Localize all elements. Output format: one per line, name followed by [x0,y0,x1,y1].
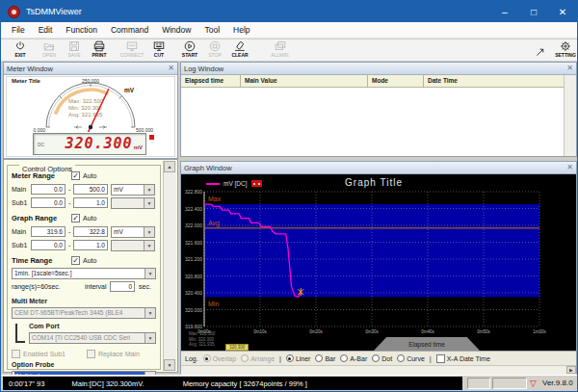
time-range-select[interactable]: 1min. [1scale=5sec.]▼ [12,268,156,279]
recording-indicator [149,135,154,140]
close-button[interactable]: ✕ [548,1,577,22]
arrange-radio [241,354,249,362]
control-options-scrollbar[interactable]: ▲ ▼ [163,161,176,371]
graph-window: Graph Window ✕ mV [DC] Graph Title 322.8… [180,161,577,374]
graph-window-title: Graph Window [184,164,232,172]
bar-label: Bar [325,355,335,362]
gear-icon [561,41,570,51]
graph-sub1-to-input[interactable] [73,240,108,250]
x-axis-label: Elapsed time [408,341,445,348]
exit-button[interactable]: EXIT [7,40,34,60]
setting-button[interactable]: SETTING [552,40,578,60]
start-button[interactable]: START [176,40,203,60]
log-scrollbar[interactable] [564,75,576,156]
graph-sub1-unit-select: ▼ [111,240,155,251]
svg-text:Avg: Avg [208,220,220,227]
log-col-elapsed[interactable]: Elapsed time [181,75,241,87]
meter-main-from-input[interactable] [31,184,66,195]
meter-main-unit-select[interactable]: mV▼ [111,184,155,196]
bar-radio[interactable] [315,354,323,362]
svg-text:320.400: 320.400 [185,290,202,296]
svg-text:0m20s: 0m20s [309,329,323,334]
log-col-mode[interactable]: Mode [368,75,424,87]
overlap-label: Overlap [213,355,237,362]
log-window-close-icon[interactable]: ✕ [566,65,573,72]
log-table-header: Elapsed time Main Value Mode Date Time [181,75,565,88]
scroll-down-icon[interactable]: ▼ [164,359,175,371]
graph-main-from-input[interactable] [31,226,66,237]
range-seconds-label: range(s)=60sec. [12,283,61,290]
log-window-titlebar[interactable]: Log Window ✕ [181,63,576,75]
com-port-select: COM14 [TI CC2540 USB CDC Seri▼ [29,332,156,344]
svg-text:1m00s: 1m00s [533,329,546,334]
graph-range-auto-checkbox[interactable]: ✓ [71,214,80,222]
cut-button[interactable]: CUT [145,40,172,60]
scroll-right-icon[interactable]: ▶ [566,366,576,374]
graph-main-to-input[interactable] [73,226,108,237]
graph-window-titlebar[interactable]: Graph Window ✕ [181,162,576,174]
replace-main-label: Replace Main [98,351,140,357]
svg-text:Max: Max [208,196,222,202]
app-icon [8,6,20,18]
menu-file[interactable]: File [5,23,32,37]
meter-sub1-label: Sub1 [12,199,27,206]
meter-window-titlebar[interactable]: Meter Window ✕ [4,63,177,75]
graph-main-unit-select[interactable]: mV▼ [111,226,155,238]
meter-range-auto-checkbox[interactable]: ✓ [71,171,80,180]
graph-main-label: Main [12,228,26,235]
graph-window-close-icon[interactable]: ✕ [566,164,573,171]
dot-radio[interactable] [372,354,380,362]
enabled-sub1-label: Enabled Sub1 [23,351,66,357]
menu-command[interactable]: Command [104,23,155,37]
menu-window[interactable]: Window [155,23,197,37]
meter-main-label: Main [12,186,26,193]
graph-range-auto-label: Auto [83,215,96,222]
minimize-button[interactable]: – [490,1,519,22]
meter-window: Meter Window ✕ Meter Title 0.000 250.000 [3,62,178,159]
menu-function[interactable]: Function [59,23,104,37]
save-button: SAVE [61,40,88,60]
allwin-button: ALLWIN. [267,40,294,60]
mdi-workspace: Meter Window ✕ Meter Title 0.000 250.000 [1,61,578,375]
a-bar-label: A-Bar [350,355,367,362]
log-window-title: Log Window [184,65,223,73]
floppy-icon [70,42,79,51]
menu-help[interactable]: Help [226,23,256,37]
status-elapsed-time: 0:00'17" 93 [9,379,44,388]
lcd-mode: DC [38,142,44,147]
meter-sub1-from-input[interactable] [31,197,66,208]
diagonal-arrow-icon [537,49,542,55]
a-bar-radio[interactable] [340,354,348,362]
connect-button: CONNECT [118,40,145,60]
interval-input[interactable] [110,281,135,292]
meter-window-close-icon[interactable]: ✕ [168,65,174,72]
time-range-auto-checkbox[interactable]: ✓ [71,256,80,265]
meter-sub1-to-input[interactable] [73,197,108,208]
graph-display-controls: Log. Overlap Arrange | Liner Bar A-Bar D… [181,351,576,365]
log-col-date-time[interactable]: Date Time [424,75,565,87]
toolbar-collapse-button[interactable] [533,40,548,60]
gauge-scale-min: 0.000 [33,127,45,132]
xa-date-time-checkbox[interactable] [436,354,445,363]
status-main-value: Main:[DC] 320.300mV. [71,379,144,388]
meter-main-to-input[interactable] [73,184,108,195]
menu-edit[interactable]: Edit [32,23,60,37]
time-range-auto-label: Auto [83,257,96,264]
graph-sub1-from-input[interactable] [31,240,66,250]
graph-sub1-label: Sub1 [12,242,27,248]
log-window: Log Window ✕ Elapsed time Main Value Mod… [180,62,577,157]
svg-text:0m50s: 0m50s [477,329,490,334]
liner-radio[interactable] [286,354,294,362]
curve-radio[interactable] [397,354,405,362]
log-col-main-value[interactable]: Main Value [241,75,368,87]
maximize-button[interactable]: □ [519,1,548,22]
scroll-up-icon[interactable]: ▲ [164,161,175,172]
overlap-radio [203,354,211,362]
graph-horizontal-scrollbar[interactable]: ▶ [181,365,576,375]
print-button[interactable]: PRINT [86,40,113,60]
svg-text:321.600: 321.600 [185,240,202,246]
arrange-label: Arrange [250,355,275,362]
clear-button[interactable]: CLEAR [226,40,253,60]
curve-label: Curve [407,355,425,362]
menu-tool[interactable]: Tool [197,23,226,37]
